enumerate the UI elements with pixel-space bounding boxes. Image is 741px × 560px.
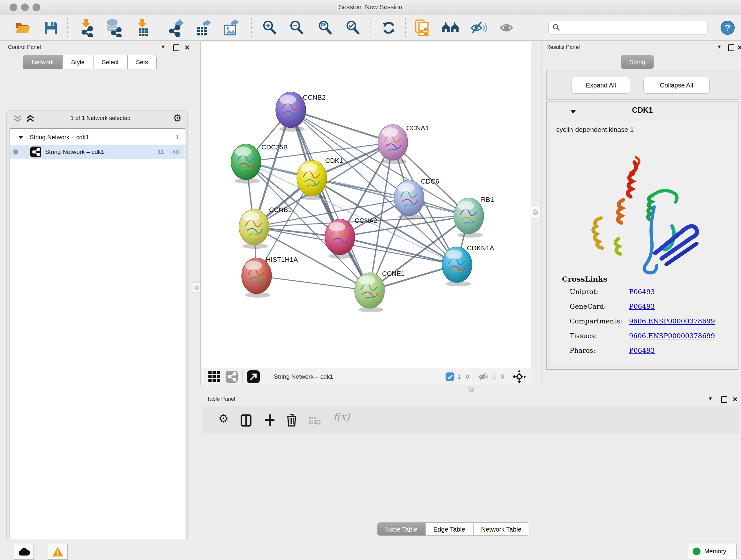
collapse-all-button[interactable]: Collapse All <box>643 77 710 94</box>
network-selected-status: 1 of 1 Network selected <box>38 115 163 122</box>
network-row[interactable]: String Network – cdk1 11 48 <box>10 145 185 159</box>
tab-node-table[interactable]: Node Table <box>377 522 425 536</box>
tab-edge-table[interactable]: Edge Table <box>425 522 473 536</box>
node-RB1[interactable]: RB1 <box>454 196 494 238</box>
collection-count: 1 <box>176 134 179 141</box>
warnings-button[interactable] <box>48 544 68 560</box>
refresh-icon[interactable] <box>380 19 398 36</box>
control-panel-float-icon[interactable] <box>173 44 179 51</box>
protein-structure-image <box>570 143 711 293</box>
table-tabs: Node TableEdge TableNetwork Table <box>377 522 529 536</box>
tab-network[interactable]: Network <box>23 55 63 69</box>
tab-string[interactable]: String <box>621 55 654 69</box>
memory-status-icon <box>693 548 700 555</box>
node-CDC25B[interactable]: CDC25B <box>231 143 288 184</box>
toolbar-separator <box>67 18 68 37</box>
tab-sets[interactable]: Sets <box>127 55 157 69</box>
selected-checkbox-icon[interactable] <box>446 372 455 381</box>
help-icon[interactable]: ? <box>719 19 737 36</box>
crosslink-link[interactable]: P06493 <box>629 347 655 354</box>
function-builder-icon[interactable]: f(x) <box>333 411 349 422</box>
table-panel: Table Panel ▼ ✕ ⚙ f(x) shared namenameca… <box>201 393 741 539</box>
node-HIST1H1A[interactable]: HIST1H1A <box>242 256 298 298</box>
cloud-icon <box>18 547 30 556</box>
show-columns-icon[interactable] <box>241 415 252 427</box>
crosslink-link[interactable]: P06493 <box>629 288 655 296</box>
export-network-icon[interactable] <box>167 19 185 36</box>
node-CDC6[interactable]: CDC6 <box>394 178 439 220</box>
crosslink-link[interactable]: P06493 <box>629 303 655 310</box>
tree-expand-icon[interactable] <box>17 135 24 140</box>
delete-table-icon[interactable] <box>308 416 321 425</box>
export-table-icon[interactable] <box>195 19 212 36</box>
import-table-icon[interactable] <box>134 19 152 36</box>
first-neighbors-icon[interactable] <box>441 19 459 36</box>
import-network-icon[interactable] <box>77 19 95 36</box>
collapse-all-chevron-icon[interactable] <box>25 114 35 123</box>
node-label-CDKN1A: CDKN1A <box>467 244 494 252</box>
network-canvas[interactable]: CCNB2CCNA1CDC25BCDK1CDC6RB1CCNB1CCNA2CDK… <box>201 42 531 368</box>
tab-select[interactable]: Select <box>93 55 127 69</box>
network-options-gear-icon[interactable]: ⚙ <box>173 112 182 124</box>
memory-button[interactable]: Memory <box>688 544 737 559</box>
table-panel-collapse-icon[interactable]: ▼ <box>708 396 713 401</box>
results-panel-collapse-icon[interactable]: ▼ <box>717 44 722 50</box>
node-CDKN1A[interactable]: CDKN1A <box>442 244 494 287</box>
results-panel-float-icon[interactable] <box>728 44 734 51</box>
node-label-HIST1H1A: HIST1H1A <box>266 256 298 263</box>
results-panel-close-icon[interactable]: ✕ <box>737 44 741 51</box>
results-buttons-box: Expand All Collapse All <box>546 70 738 100</box>
open-session-icon[interactable] <box>14 19 32 36</box>
open-in-window-icon[interactable] <box>247 370 260 383</box>
zoom-in-icon[interactable] <box>261 19 279 36</box>
table-settings-gear-icon[interactable]: ⚙ <box>218 412 228 425</box>
delete-column-trash-icon[interactable] <box>286 413 297 427</box>
search-field[interactable] <box>548 20 708 35</box>
right-splitter-handle[interactable] <box>531 207 539 217</box>
create-column-plus-icon[interactable] <box>264 414 275 427</box>
edge-CCNB2-CCNA1[interactable] <box>291 110 393 142</box>
crosslink-link[interactable]: 9606.ENSP00000378699 <box>629 317 715 325</box>
crosslink-link[interactable]: 9606.ENSP00000378699 <box>629 332 715 340</box>
birdseye-grid-icon[interactable] <box>208 371 220 383</box>
selected-count: 1 - 0 <box>458 374 469 380</box>
hidden-eye-icon[interactable] <box>478 372 490 381</box>
edge-CCNB2-CCNE1[interactable] <box>291 110 369 291</box>
protein-detail-panel: cyclin-dependent kinase 1 <box>549 122 735 367</box>
collection-label: String Network – cdk1 <box>30 134 89 141</box>
save-session-icon[interactable] <box>42 19 60 36</box>
zoom-fit-icon[interactable] <box>317 19 334 36</box>
node-CCNA2[interactable]: CCNA2 <box>325 217 377 259</box>
edge-HIST1H1A-CCNE1[interactable] <box>257 276 369 291</box>
network-share-icon[interactable] <box>226 371 238 383</box>
fit-selected-crosshair-icon[interactable] <box>512 370 526 384</box>
zoom-out-icon[interactable] <box>288 19 306 36</box>
protein-name: CDK1 <box>547 106 738 115</box>
tab-style[interactable]: Style <box>63 55 93 69</box>
control-panel-collapse-icon[interactable]: ▼ <box>160 44 165 50</box>
zoom-selected-icon[interactable] <box>344 19 362 36</box>
network-graph[interactable]: CCNB2CCNA1CDC25BCDK1CDC6RB1CCNB1CCNA2CDK… <box>201 42 531 368</box>
expand-all-button[interactable]: Expand All <box>571 77 630 94</box>
left-splitter-handle[interactable] <box>192 282 200 293</box>
table-panel-float-icon[interactable] <box>721 396 727 403</box>
import-network-from-database-icon[interactable] <box>105 19 123 36</box>
table-panel-close-icon[interactable]: ✕ <box>732 395 738 403</box>
hide-selected-icon[interactable] <box>470 19 488 36</box>
tab-network-table[interactable]: Network Table <box>473 522 529 536</box>
expand-all-chevron-icon[interactable] <box>13 114 22 123</box>
control-panel-title: Control Panel <box>8 44 41 51</box>
node-CCNE1[interactable]: CCNE1 <box>354 270 405 312</box>
show-all-icon[interactable] <box>499 19 517 36</box>
cloud-button[interactable] <box>14 544 34 560</box>
node-label-CCNA2: CCNA2 <box>354 217 377 224</box>
crosslinks-heading: CrossLinks <box>562 274 607 283</box>
network-collection-row[interactable]: String Network – cdk1 1 <box>10 130 185 145</box>
export-image-icon[interactable] <box>222 19 240 36</box>
left-splitter[interactable] <box>200 42 201 385</box>
clone-network-icon[interactable] <box>413 19 431 36</box>
control-panel-close-icon[interactable]: ✕ <box>185 44 190 51</box>
node-CCNA1[interactable]: CCNA1 <box>378 124 429 164</box>
search-input[interactable] <box>562 23 704 31</box>
right-splitter[interactable] <box>542 42 542 385</box>
